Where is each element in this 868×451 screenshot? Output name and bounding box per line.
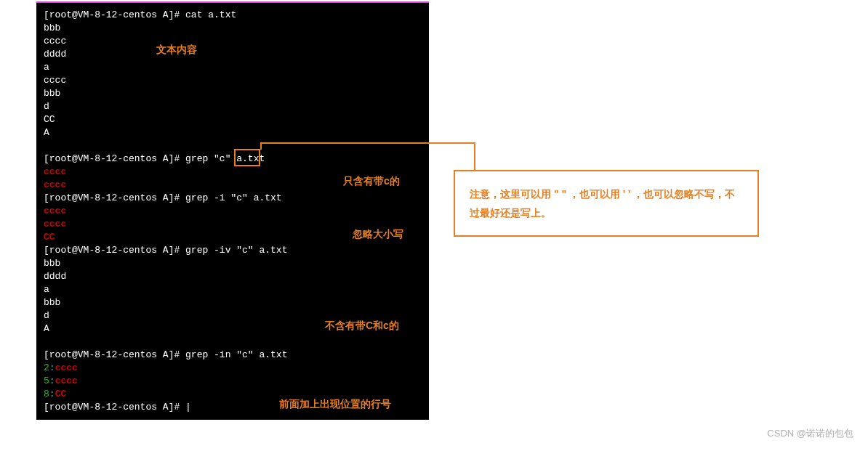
terminal-output-linenum: 5:cccc [44, 375, 422, 388]
terminal-line: [root@VM-8-12-centos A]# grep -in "c" a.… [44, 349, 422, 362]
terminal-output-match: cccc [44, 205, 422, 218]
terminal-output [44, 336, 422, 349]
annotation-ignore-case: 忽略大小写 [353, 228, 403, 241]
callout-note-box: 注意，这里可以用 " " ，也可以用 ' ' ，也可以忽略不写，不过最好还是写上… [454, 170, 759, 237]
terminal-output: bbb [44, 22, 422, 35]
terminal-output: a [44, 283, 422, 296]
annotation-text-content: 文本内容 [156, 44, 197, 57]
terminal-output: cccc [44, 74, 422, 87]
terminal-output: cccc [44, 35, 422, 48]
annotation-contains-c: 只含有带c的 [343, 175, 400, 188]
terminal-output [44, 139, 422, 153]
terminal-line: [root@VM-8-12-centos A]# grep -iv "c" a.… [44, 244, 422, 257]
terminal-output: dddd [44, 270, 422, 283]
watermark-text: CSDN @诺诺的包包 [767, 427, 853, 440]
terminal-line: [root@VM-8-12-centos A]# cat a.txt [44, 9, 422, 22]
terminal-output: bbb [44, 87, 422, 100]
terminal-output: A [44, 126, 422, 139]
callout-text: 注意，这里可以用 " " ，也可以用 ' ' ，也可以忽略不写，不过最好还是写上… [470, 188, 735, 219]
annotation-exclude-c: 不含有带C和c的 [325, 320, 399, 333]
connector-line [474, 142, 475, 171]
terminal-window[interactable]: [root@VM-8-12-centos A]# cat a.txt bbb c… [36, 1, 429, 420]
terminal-output: d [44, 100, 422, 113]
terminal-output: CC [44, 113, 422, 126]
terminal-output: bbb [44, 257, 422, 270]
terminal-output: bbb [44, 296, 422, 309]
terminal-output: a [44, 61, 422, 74]
terminal-line: [root@VM-8-12-centos A]# grep "c" a.txt [44, 153, 422, 166]
terminal-output: dddd [44, 48, 422, 61]
annotation-line-numbers: 前面加上出现位置的行号 [279, 398, 391, 411]
terminal-output-linenum: 2:cccc [44, 362, 422, 375]
terminal-line: [root@VM-8-12-centos A]# grep -i "c" a.t… [44, 192, 422, 205]
